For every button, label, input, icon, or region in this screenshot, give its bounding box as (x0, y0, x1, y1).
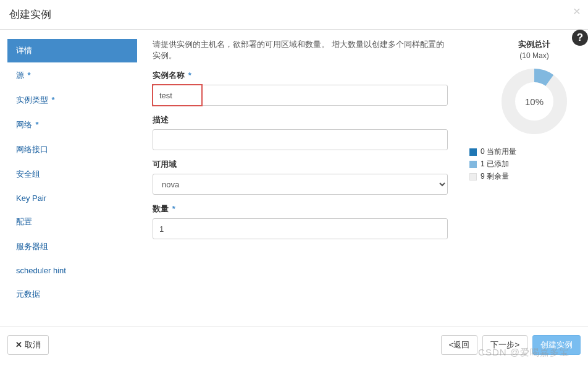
modal-body: 详情源 *实例类型 *网络 *网络接口安全组Key Pair配置服务器组sche… (0, 30, 588, 326)
form-panel: 请提供实例的主机名，欲部署的可用区域和数量。 增大数量以创建多个同样配置的实例。… (137, 39, 457, 326)
description-label: 描述 (153, 114, 448, 126)
swatch-current-icon (469, 148, 477, 156)
sidebar-item-5[interactable]: 安全组 (7, 163, 137, 186)
back-button[interactable]: <返回 (441, 335, 478, 355)
legend-added: 1 已添加 (469, 159, 581, 169)
cancel-button[interactable]: ✕ 取消 (7, 335, 49, 355)
legend-remaining: 9 剩余量 (469, 171, 581, 182)
sidebar-item-9[interactable]: scheduler hint (7, 260, 137, 281)
modal-header: 创建实例 × (0, 0, 588, 30)
sidebar-item-0[interactable]: 详情 (7, 39, 137, 62)
count-input[interactable] (153, 218, 448, 239)
sidebar-item-2[interactable]: 实例类型 * (7, 88, 137, 112)
form-description: 请提供实例的主机名，欲部署的可用区域和数量。 增大数量以创建多个同样配置的实例。 (153, 39, 448, 61)
help-icon[interactable]: ? (572, 30, 588, 46)
count-label: 数量 * (153, 203, 448, 215)
totals-max: (10 Max) (469, 51, 581, 60)
zone-label: 可用域 (153, 159, 448, 170)
next-button[interactable]: 下一步> (482, 335, 527, 355)
sidebar-item-10[interactable]: 元数据 (7, 283, 137, 306)
zone-select[interactable]: nova (153, 174, 448, 195)
sidebar-item-6[interactable]: Key Pair (7, 187, 137, 209)
usage-donut-chart: 10% (500, 67, 568, 135)
create-button[interactable]: 创建实例 (532, 335, 581, 355)
legend-current: 0 当前用量 (469, 147, 581, 157)
instance-name-label: 实例名称 * (153, 70, 448, 81)
sidebar-item-1[interactable]: 源 * (7, 64, 137, 87)
description-input[interactable] (153, 129, 448, 150)
sidebar-item-7[interactable]: 配置 (7, 210, 137, 234)
sidebar-item-8[interactable]: 服务器组 (7, 235, 137, 258)
modal-title: 创建实例 (9, 7, 579, 22)
swatch-remaining-icon (469, 173, 477, 181)
modal-footer: ✕ 取消 <返回 下一步> 创建实例 (0, 326, 588, 364)
legend: 0 当前用量 1 已添加 9 剩余量 (469, 147, 581, 182)
sidebar-item-4[interactable]: 网络接口 (7, 138, 137, 161)
swatch-added-icon (469, 161, 477, 168)
donut-percent: 10% (525, 96, 544, 107)
wizard-sidebar: 详情源 *实例类型 *网络 *网络接口安全组Key Pair配置服务器组sche… (7, 39, 137, 326)
close-icon[interactable]: × (573, 4, 581, 19)
totals-title: 实例总计 (469, 39, 581, 50)
instance-name-input[interactable] (153, 85, 448, 106)
sidebar-item-3[interactable]: 网络 * (7, 113, 137, 137)
totals-panel: 实例总计 (10 Max) 10% 0 当前用量 1 已添加 9 剩余量 (457, 39, 581, 326)
